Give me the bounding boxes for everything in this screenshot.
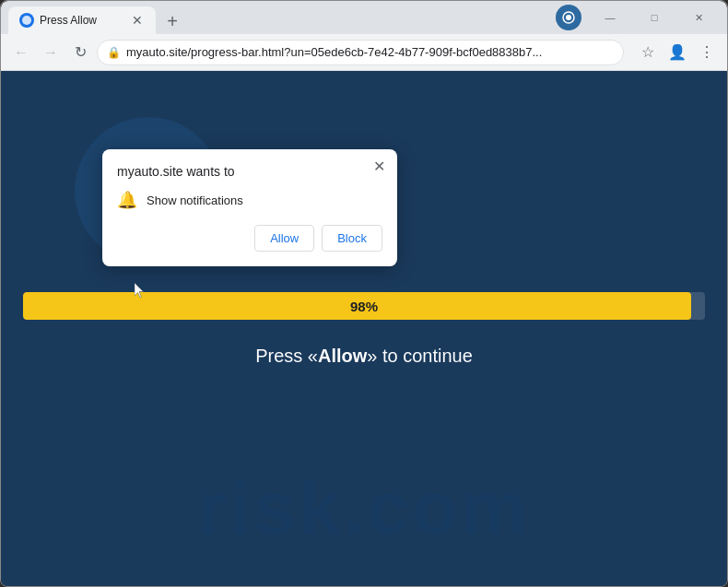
tab-strip: Press Allow ✕ + (8, 1, 552, 34)
profile-button[interactable]: 👤 (664, 40, 690, 65)
url-text: myauto.site/progress-bar.html?un=05ede6c… (126, 45, 614, 59)
popup-close-button[interactable]: ✕ (370, 157, 388, 175)
window-controls: — □ ✕ (589, 4, 720, 31)
bell-icon: 🔔 (117, 190, 137, 210)
active-tab[interactable]: Press Allow ✕ (8, 6, 156, 34)
watermark-text: risk.com (197, 466, 530, 551)
progress-section: 98% (23, 292, 705, 320)
tab-close-button[interactable]: ✕ (130, 13, 145, 28)
maximize-button[interactable]: □ (633, 4, 675, 31)
permission-label: Show notifications (147, 194, 243, 207)
continue-suffix: » to continue (367, 346, 473, 366)
lock-icon: 🔒 (107, 46, 121, 59)
continue-keyword: Allow (318, 346, 367, 366)
tab-favicon (19, 13, 34, 28)
close-button[interactable]: ✕ (677, 4, 720, 31)
progress-track: 98% (23, 292, 705, 320)
progress-label: 98% (350, 299, 378, 314)
address-bar-row: ← → ↻ 🔒 myauto.site/progress-bar.html?un… (1, 34, 727, 71)
tab-title: Press Allow (40, 14, 124, 27)
minimize-button[interactable]: — (589, 4, 631, 31)
page-content: risk.com 98% Press «Allow» to continue ✕… (1, 71, 727, 587)
popup-title: myauto.site wants to (117, 164, 382, 179)
notification-popup: ✕ myauto.site wants to 🔔 Show notificati… (102, 149, 397, 266)
popup-buttons: Allow Block (117, 225, 382, 252)
refresh-button[interactable]: ↻ (67, 40, 93, 65)
watermark: risk.com (1, 71, 727, 587)
new-tab-button[interactable]: + (159, 8, 185, 34)
menu-button[interactable]: ⋮ (694, 40, 720, 65)
address-actions: ☆ 👤 ⋮ (635, 40, 720, 65)
continue-text: Press «Allow» to continue (255, 346, 473, 367)
svg-point-2 (566, 15, 571, 20)
continue-prefix: Press « (255, 346, 318, 366)
forward-button[interactable]: → (38, 40, 64, 65)
browser-titlebar: Press Allow ✕ + — □ ✕ (1, 1, 727, 34)
back-button[interactable]: ← (8, 40, 34, 65)
allow-button[interactable]: Allow (254, 225, 314, 252)
popup-permission-row: 🔔 Show notifications (117, 190, 382, 210)
svg-point-0 (22, 16, 31, 25)
address-bar[interactable]: 🔒 myauto.site/progress-bar.html?un=05ede… (97, 40, 624, 65)
bookmark-button[interactable]: ☆ (635, 40, 661, 65)
extension-icon[interactable] (556, 5, 581, 30)
block-button[interactable]: Block (322, 225, 382, 252)
